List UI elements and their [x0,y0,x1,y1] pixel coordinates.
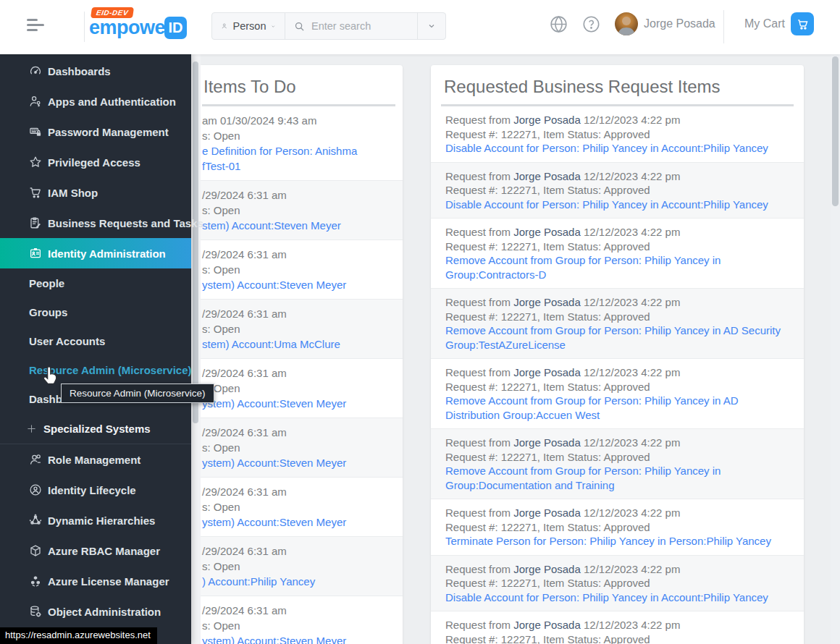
request-item-header: Request from Jorge Posada 12/12/2023 4:2… [445,436,789,450]
sidebar-item-identity-lifecycle[interactable]: Identity Lifecycle [0,475,191,505]
request-date: 12/12/2023 4:22 pm [581,296,681,308]
todo-list-item: /29/2024 6:31 ams: Openstem) Account:Ste… [201,180,403,240]
help-icon[interactable] [582,15,600,33]
request-item-link[interactable]: Disable Account for Person: Philip Yance… [445,198,787,212]
requester-name-link[interactable]: Jorge Posada [513,507,581,519]
todo-item-link[interactable]: ystem) Account:Steven Meyer [202,396,398,411]
todo-list-item: /29/2024 6:31 ams: Openystem) Account:St… [201,418,403,477]
sidebar-item-business-requests-and-tasks[interactable]: Business Requests and Tasks [0,208,191,238]
logo-text: empower [89,17,172,39]
search-type-dropdown[interactable]: Person [212,13,285,39]
requester-name-link[interactable]: Jorge Posada [513,226,581,238]
todo-item-status: s: Open [202,128,398,143]
search-field [285,13,417,39]
todo-item-link[interactable]: ystem) Account:Steven Meyer [202,514,398,530]
todo-item-time: /29/2024 6:31 am [202,365,398,381]
search-input[interactable] [310,20,400,33]
sidebar-item-identity-administration[interactable]: Identity Administration [0,238,191,268]
sidebar-item-azure-rbac-manager[interactable]: Azure RBAC Manager [0,535,191,566]
page-scrollbar-thumb[interactable] [832,56,839,206]
empowerid-logo[interactable]: EID-DEV empower ID [89,6,198,48]
user-key-icon [29,95,42,108]
request-item-link[interactable]: Disable Account for Person: Philip Yance… [445,141,787,156]
todo-item-link[interactable]: stem) Account:Uma McClure [202,336,398,352]
requester-name-link[interactable]: Jorge Posada [513,366,581,378]
language-globe-icon[interactable] [549,14,568,34]
id-badge-icon [29,247,42,260]
sidebar-subitem-user-accounts[interactable]: User Accounts [0,326,191,355]
todo-item-link[interactable]: e Definition for Person: Anishma [202,143,398,158]
request-item-link[interactable]: Remove Account from Group for Person: Ph… [445,394,787,422]
hamburger-menu-icon[interactable] [27,19,44,33]
todo-item-link[interactable]: stem) Account:Steven Meyer [202,218,398,233]
todo-item-link[interactable]: ystem) Account:Steven Meyer [202,277,398,292]
sidebar-item-label: Business Requests and Tasks [48,217,203,229]
requested-items-title: Requested Business Request Items [431,65,804,104]
search-type-label: Person [233,20,266,32]
sidebar-subitem-specialized-systems[interactable]: Specialized Systems [0,413,191,444]
request-list-item: Request from Jorge Posada 12/12/2023 4:2… [431,106,804,162]
request-from-label: Request from [445,436,513,449]
todo-item-status: s: Open [202,381,398,396]
hierarchy-icon [29,514,42,527]
sidebar-item-label: Dashboards [48,65,111,77]
search-options-dropdown[interactable] [417,13,445,39]
request-list-item: Request from Jorge Posada 12/12/2023 4:2… [431,162,804,219]
sidebar-subitem-groups[interactable]: Groups [0,297,191,326]
request-date: 12/12/2023 4:22 pm [581,114,681,126]
search-icon [294,21,305,32]
request-item-link[interactable]: Remove Account from Group for Person: Ph… [445,464,787,492]
request-from-label: Request from [445,563,513,575]
request-item-link[interactable]: Remove Account from Group for Person: Ph… [445,253,787,281]
sidebar-item-dashboards[interactable]: Dashboards [0,56,191,86]
cart-button[interactable] [791,12,814,35]
content-scrollbar-thumb[interactable] [193,62,198,423]
request-from-label: Request from [445,296,513,308]
requester-name-link[interactable]: Jorge Posada [513,296,581,308]
request-item-header: Request from Jorge Posada 12/12/2023 4:2… [445,506,789,520]
request-item-link[interactable]: Disable Account for Person: Philip Yance… [445,590,787,605]
items-to-do-panel: Items To Do am 01/30/2024 9:43 ams: Open… [201,65,403,644]
user-name[interactable]: Jorge Posada [644,17,715,30]
todo-item-time: /29/2024 6:31 am [202,543,398,559]
sidebar-item-label: Privileged Access [48,156,140,169]
requester-name-link[interactable]: Jorge Posada [513,170,581,182]
sidebar-item-role-management[interactable]: Role Management [0,444,191,475]
request-item-meta: Request #: 122271, Item Status: Approved [445,520,789,535]
todo-list-item: /29/2024 6:31 ams: Openystem) Account:St… [201,358,403,418]
request-item-link[interactable]: Terminate Person for Person: Philip Yanc… [445,534,787,548]
request-item-header: Request from Jorge Posada 12/12/2023 4:2… [445,365,789,380]
sidebar-item-password-management[interactable]: Password Management [0,116,191,147]
sidebar-item-apps-and-authentication[interactable]: Apps and Authentication [0,86,191,116]
plus-icon [26,423,37,434]
todo-item-link[interactable]: ystem) Account:Steven Meyer [202,455,398,470]
request-item-link[interactable]: Remove Account from Group for Person: Ph… [445,323,787,352]
user-badge-icon [29,453,42,466]
todo-list-item: /29/2024 6:31 ams: Openystem) Account:St… [201,596,403,644]
requester-name-link[interactable]: Jorge Posada [513,619,581,631]
requester-name-link[interactable]: Jorge Posada [513,114,581,126]
sidebar-item-privileged-access[interactable]: Privileged Access [0,147,191,177]
todo-item-time: /29/2024 6:31 am [202,603,398,618]
request-list-item: Request from Jorge Posada 12/12/2023 4:2… [431,288,804,358]
sidebar-item-object-administration[interactable]: Object Administration [0,596,191,627]
sidebar-item-label: Azure License Manager [48,575,169,588]
sidebar-item-azure-license-manager[interactable]: Azure License Manager [0,566,191,596]
user-avatar[interactable] [615,12,638,35]
requester-name-link[interactable]: Jorge Posada [513,436,581,449]
tooltip: Resource Admin (Microservice) [61,384,214,403]
page-scrollbar[interactable] [831,54,840,644]
request-item-meta: Request #: 122271, Item Status: Approved [445,240,789,254]
content-scrollbar[interactable] [191,54,201,644]
todo-item-status: s: Open [202,440,398,455]
sidebar-subitem-people[interactable]: People [0,268,191,297]
sidebar-item-iam-shop[interactable]: IAM Shop [0,177,191,208]
sidebar-subitem-resource-admin-microservice[interactable]: Resource Admin (Microservice) [0,355,191,384]
requester-name-link[interactable]: Jorge Posada [513,563,581,575]
todo-item-link[interactable]: ) Account:Philip Yancey [202,574,398,589]
todo-item-link[interactable]: ystem) Account:Steven Meyer [202,633,398,644]
todo-item-link[interactable]: fTest-01 [202,158,398,174]
sidebar-item-dynamic-hierarchies[interactable]: Dynamic Hierarchies [0,505,191,535]
request-date: 12/12/2023 4:22 pm [581,366,681,378]
my-cart-label[interactable]: My Cart [744,17,785,30]
